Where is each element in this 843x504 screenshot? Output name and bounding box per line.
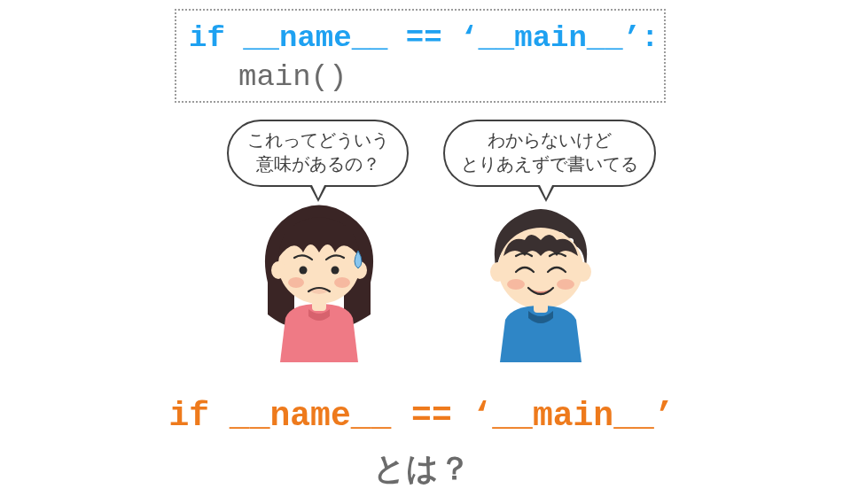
svg-point-1	[271, 261, 285, 279]
code-snippet-box: if __name__ == ‘__main__’: main()	[175, 9, 666, 103]
slide-stage: if __name__ == ‘__main__’: main() これってどう…	[0, 0, 843, 504]
svg-point-12	[557, 279, 574, 290]
speech-bubble-right-line2: とりあえずで書いてる	[457, 152, 642, 176]
svg-point-10	[498, 228, 583, 309]
girl-icon	[239, 194, 399, 371]
title-question: とは？	[0, 447, 843, 491]
svg-point-4	[332, 267, 340, 275]
character-boy	[461, 194, 621, 375]
svg-rect-7	[312, 299, 326, 311]
svg-point-3	[300, 267, 308, 275]
code-line-2: main()	[189, 60, 652, 94]
character-girl	[239, 194, 399, 375]
speech-bubble-left-line1: これってどういう	[241, 128, 394, 152]
svg-point-5	[288, 277, 304, 288]
boy-icon	[461, 194, 621, 371]
svg-point-6	[334, 277, 350, 288]
title-code-line: if __name__ == ‘__main__’	[0, 397, 843, 435]
speech-bubble-left: これってどういう 意味があるの？	[227, 120, 409, 187]
speech-bubble-left-line2: 意味があるの？	[241, 152, 394, 176]
speech-bubble-right-line1: わからないけど	[457, 128, 642, 152]
svg-point-11	[507, 279, 525, 290]
speech-bubble-right: わからないけど とりあえずで書いてる	[443, 120, 656, 187]
svg-rect-13	[534, 300, 548, 313]
code-line-1: if __name__ == ‘__main__’:	[189, 21, 652, 55]
